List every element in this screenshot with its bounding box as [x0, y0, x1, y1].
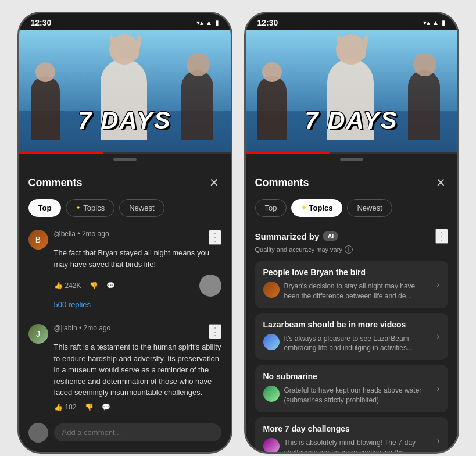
comment-user-1: @jiabin • 2mo ago — [54, 324, 111, 332]
like-button-1[interactable]: 👍 182 — [54, 403, 77, 411]
reply-icon-button-0[interactable]: 💬 — [106, 282, 115, 290]
close-button-left[interactable]: ✕ — [207, 173, 221, 192]
like-button-0[interactable]: 👍 242K — [54, 282, 81, 290]
reply-icon-1: 💬 — [102, 403, 110, 411]
thumbs-up-icon-0: 👍 — [54, 282, 63, 290]
add-comment-row-left — [19, 417, 231, 448]
left-phone: 12:30 ▾▴ ▲ ▮ 7 DAYS — [17, 12, 232, 454]
topic-preview-1: It's always a pleasure to see LazarBeam … — [263, 334, 432, 354]
status-time-right: 12:30 — [257, 18, 278, 27]
topic-title-2: No submarine — [263, 372, 432, 381]
add-comment-input-left[interactable] — [54, 423, 221, 441]
topic-card-content-3: More 7 day challenges This is absolutely… — [263, 424, 432, 452]
dislike-button-1[interactable]: 👎 — [85, 403, 94, 411]
tabs-row-right: Top ✦ Topics Newest — [246, 199, 457, 224]
thumbs-down-icon-1: 👎 — [85, 403, 94, 411]
thumbs-up-icon-1: 👍 — [54, 403, 63, 411]
topic-card-0[interactable]: People love Bryan the bird Bryan's decis… — [255, 261, 448, 308]
topic-card-2[interactable]: No submarine Grateful to have kept our h… — [255, 365, 448, 412]
comments-header-right: Comments ✕ — [246, 165, 457, 199]
reply-icon-button-1[interactable]: 💬 — [102, 403, 110, 411]
chevron-icon-0: › — [436, 279, 439, 290]
comment-body-1: @jiabin • 2mo ago ⋮ This raft is a testa… — [54, 324, 221, 411]
comment-more-1[interactable]: ⋮ — [209, 324, 221, 339]
topic-card-3[interactable]: More 7 day challenges This is absolutely… — [255, 417, 448, 452]
phones-container: 12:30 ▾▴ ▲ ▮ 7 DAYS — [17, 12, 459, 454]
comments-title-left: Comments — [28, 177, 83, 189]
status-time-left: 12:30 — [31, 18, 52, 27]
tab-topics-right[interactable]: ✦ Topics — [291, 199, 342, 217]
comment-body-0: @bella • 2mo ago ⋮ The fact that Bryan s… — [54, 230, 221, 312]
topic-avatar-0 — [263, 282, 280, 298]
reply-icon-0: 💬 — [106, 282, 115, 290]
topic-preview-3: This is absolutely mind-blowing! The 7-d… — [263, 438, 432, 452]
tab-topics-left[interactable]: ✦ Topics — [66, 199, 114, 217]
topic-preview-text-1: It's always a pleasure to see LazarBeam … — [284, 334, 432, 354]
video-progress-fill-right — [246, 152, 331, 154]
topic-avatar-1 — [263, 334, 280, 350]
avatar-0: B — [28, 230, 48, 250]
wifi-icon: ▾▴ — [196, 19, 203, 27]
topic-preview-text-3: This is absolutely mind-blowing! The 7-d… — [284, 438, 432, 452]
topic-preview-2: Grateful to have kept our heads above wa… — [263, 386, 432, 405]
spark-icon-left: ✦ — [76, 204, 81, 212]
status-icons-right: ▾▴ ▲ ▮ — [423, 19, 446, 27]
comment-actions-1: 👍 182 👎 💬 — [54, 403, 221, 411]
summarized-header: Summarized by AI ⋮ Quality and accuracy … — [246, 224, 457, 256]
signal-icon: ▲ — [206, 19, 213, 27]
topic-title-0: People love Bryan the bird — [263, 268, 432, 277]
chevron-icon-3: › — [436, 436, 439, 446]
topic-card-content-2: No submarine Grateful to have kept our h… — [263, 372, 432, 405]
topics-more-button[interactable]: ⋮ — [435, 229, 448, 244]
replies-link-0[interactable]: 500 replies — [54, 297, 221, 312]
topic-avatar-3 — [263, 438, 280, 452]
video-progress-fill-left — [19, 152, 104, 154]
chevron-icon-1: › — [436, 331, 439, 341]
comments-panel-right[interactable]: Comments ✕ Top ✦ Topics Newest — [246, 165, 457, 452]
comment-more-0[interactable]: ⋮ — [209, 230, 221, 245]
battery-icon: ▮ — [215, 19, 219, 27]
video-progress-right — [246, 152, 457, 154]
ai-badge: AI — [323, 231, 338, 241]
comment-text-1: This raft is a testament to the human sp… — [54, 341, 221, 398]
summarized-title: Summarized by AI — [255, 231, 339, 241]
comment-meta-0: @bella • 2mo ago ⋮ — [54, 230, 221, 245]
tab-newest-right[interactable]: Newest — [347, 199, 392, 217]
status-bar-left: 12:30 ▾▴ ▲ ▮ — [19, 13, 231, 30]
tabs-row-left: Top ✦ Topics Newest — [19, 199, 231, 224]
comments-header-left: Comments ✕ — [19, 165, 231, 199]
comment-text-0: The fact that Bryan stayed all night mea… — [54, 247, 221, 270]
video-thumbnail-left[interactable]: 7 DAYS — [19, 30, 231, 152]
scroll-handle-right — [340, 158, 363, 161]
topic-avatar-2 — [263, 386, 280, 402]
comment-actions-0: 👍 242K 👎 💬 — [54, 275, 221, 297]
scroll-handle-left — [113, 158, 137, 161]
comment-user-0: @bella • 2mo ago — [54, 230, 109, 238]
topic-preview-text-2: Grateful to have kept our heads above wa… — [284, 386, 432, 405]
close-button-right[interactable]: ✕ — [434, 173, 448, 192]
comment-item-0: B @bella • 2mo ago ⋮ The fact that Bryan… — [19, 224, 231, 318]
topic-card-1[interactable]: Lazarbeam should be in more videos It's … — [255, 313, 448, 361]
avatar-1: J — [28, 324, 48, 344]
avatar-small-0 — [199, 275, 221, 297]
video-thumbnail-right[interactable]: 7 DAYS — [246, 30, 457, 152]
summarized-title-row: Summarized by AI ⋮ — [255, 229, 448, 244]
tab-newest-left[interactable]: Newest — [119, 199, 164, 217]
video-overlay-text-right: 7 DAYS — [305, 106, 398, 134]
spark-icon-right: ✦ — [301, 204, 306, 212]
status-bar-right: 12:30 ▾▴ ▲ ▮ — [246, 13, 457, 30]
topic-title-1: Lazarbeam should be in more videos — [263, 320, 432, 329]
tab-top-left[interactable]: Top — [28, 199, 62, 217]
thumbs-down-icon-0: 👎 — [90, 282, 98, 290]
chevron-icon-2: › — [436, 383, 439, 394]
wifi-icon-right: ▾▴ — [423, 19, 430, 27]
signal-icon-right: ▲ — [432, 19, 439, 27]
comments-title-right: Comments — [255, 177, 309, 189]
comments-panel-left[interactable]: Comments ✕ Top ✦ Topics Newest B — [19, 165, 231, 452]
topic-card-content-1: Lazarbeam should be in more videos It's … — [263, 320, 432, 354]
info-icon: i — [345, 245, 353, 254]
dislike-button-0[interactable]: 👎 — [90, 282, 98, 290]
tab-top-right[interactable]: Top — [255, 199, 287, 217]
video-progress-left — [19, 152, 231, 154]
comment-meta-1: @jiabin • 2mo ago ⋮ — [54, 324, 221, 339]
